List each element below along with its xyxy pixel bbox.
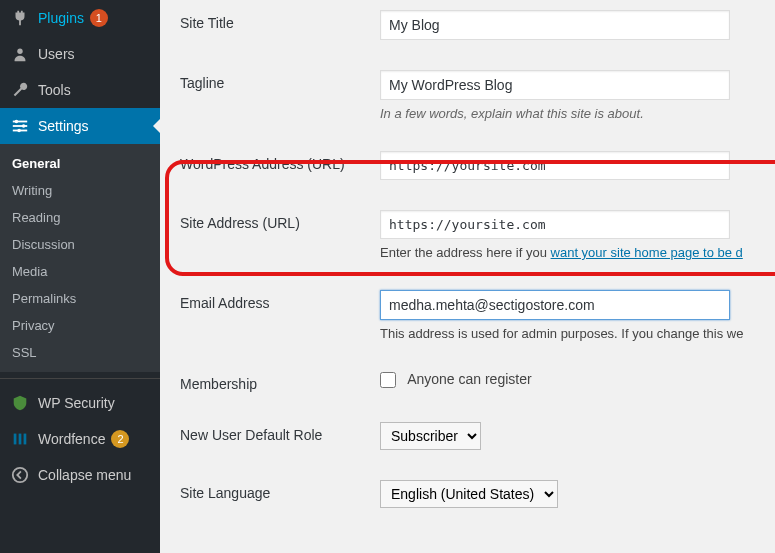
membership-checkbox[interactable] <box>380 372 396 388</box>
submenu-writing[interactable]: Writing <box>0 177 160 204</box>
plug-icon <box>10 8 30 28</box>
svg-rect-7 <box>14 434 17 445</box>
sidebar-item-wpsecurity[interactable]: WP Security <box>0 385 160 421</box>
sidebar-item-settings[interactable]: Settings <box>0 108 160 144</box>
label-lang: Site Language <box>180 470 380 528</box>
sidebar-label: Wordfence <box>38 431 105 447</box>
site-title-input[interactable] <box>380 10 730 40</box>
membership-label[interactable]: Anyone can register <box>380 371 532 387</box>
sliders-icon <box>10 116 30 136</box>
label-wp-url: WordPress Address (URL) <box>180 141 380 200</box>
collapse-icon <box>10 465 30 485</box>
svg-rect-9 <box>24 434 27 445</box>
wordfence-icon <box>10 429 30 449</box>
admin-sidebar: Plugins 1 Users Tools Settings General W… <box>0 0 160 553</box>
settings-form-table: Site Title Tagline In a few words, expla… <box>180 0 755 528</box>
label-role: New User Default Role <box>180 412 380 470</box>
submenu-permalinks[interactable]: Permalinks <box>0 285 160 312</box>
label-site-title: Site Title <box>180 0 380 60</box>
sidebar-label: Settings <box>38 118 89 134</box>
email-input[interactable] <box>380 290 730 320</box>
svg-point-6 <box>17 129 21 133</box>
email-desc: This address is used for admin purposes.… <box>380 326 745 341</box>
submenu-discussion[interactable]: Discussion <box>0 231 160 258</box>
label-tagline: Tagline <box>180 60 380 141</box>
svg-rect-8 <box>19 434 22 445</box>
site-url-desc: Enter the address here if you want your … <box>380 245 745 260</box>
sidebar-label: Collapse menu <box>38 467 131 483</box>
submenu-reading[interactable]: Reading <box>0 204 160 231</box>
lang-select[interactable]: English (United States) <box>380 480 558 508</box>
sidebar-item-tools[interactable]: Tools <box>0 72 160 108</box>
shield-icon <box>10 393 30 413</box>
site-url-link[interactable]: want your site home page to be d <box>551 245 743 260</box>
wrench-icon <box>10 80 30 100</box>
submenu-media[interactable]: Media <box>0 258 160 285</box>
submenu-privacy[interactable]: Privacy <box>0 312 160 339</box>
site-url-input[interactable] <box>380 210 730 239</box>
svg-point-5 <box>22 124 26 128</box>
tagline-input[interactable] <box>380 70 730 100</box>
label-membership: Membership <box>180 361 380 412</box>
role-select[interactable]: Subscriber <box>380 422 481 450</box>
settings-content: Site Title Tagline In a few words, expla… <box>160 0 775 553</box>
sidebar-item-wordfence[interactable]: Wordfence 2 <box>0 421 160 457</box>
wp-url-input[interactable] <box>380 151 730 180</box>
settings-submenu: General Writing Reading Discussion Media… <box>0 144 160 372</box>
svg-point-4 <box>15 120 19 124</box>
sidebar-label: Plugins <box>38 10 84 26</box>
tagline-desc: In a few words, explain what this site i… <box>380 106 745 121</box>
svg-point-10 <box>13 468 27 482</box>
update-badge: 1 <box>90 9 108 27</box>
users-icon <box>10 44 30 64</box>
sidebar-item-plugins[interactable]: Plugins 1 <box>0 0 160 36</box>
sidebar-label: Users <box>38 46 75 62</box>
svg-point-0 <box>17 49 22 54</box>
sidebar-label: WP Security <box>38 395 115 411</box>
divider <box>0 378 160 379</box>
sidebar-label: Tools <box>38 82 71 98</box>
label-email: Email Address <box>180 280 380 361</box>
label-site-url: Site Address (URL) <box>180 200 380 280</box>
collapse-menu[interactable]: Collapse menu <box>0 457 160 493</box>
sidebar-item-users[interactable]: Users <box>0 36 160 72</box>
submenu-general[interactable]: General <box>0 150 160 177</box>
notice-badge: 2 <box>111 430 129 448</box>
submenu-ssl[interactable]: SSL <box>0 339 160 366</box>
